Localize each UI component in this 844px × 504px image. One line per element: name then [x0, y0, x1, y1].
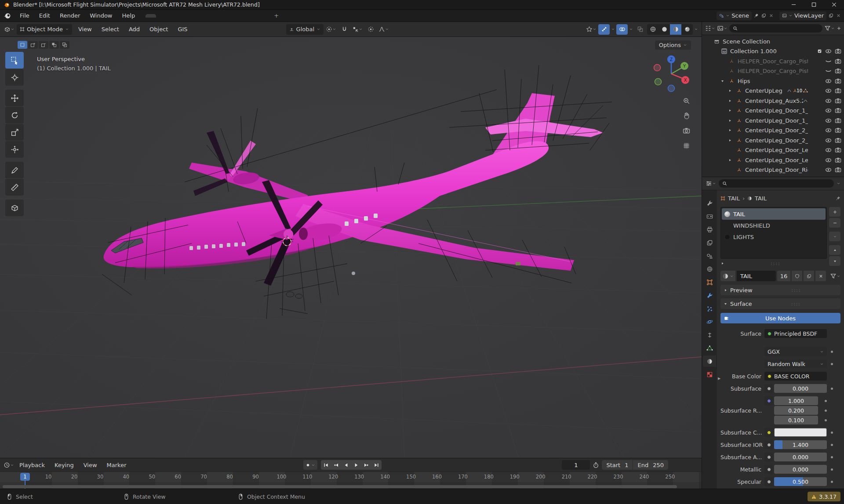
timeline-menu-item[interactable]: Playback	[15, 460, 49, 470]
workspace-tab[interactable]	[226, 14, 236, 18]
outliner-filter-icon[interactable]	[824, 25, 835, 32]
show-overlays-toggle[interactable]	[616, 24, 628, 35]
material-users-count[interactable]: 16	[777, 271, 790, 281]
fake-user-shield-icon[interactable]	[792, 271, 802, 281]
menu-item[interactable]: Help	[118, 11, 140, 20]
pivot-point-dropdown[interactable]	[325, 24, 337, 35]
tab-world[interactable]	[703, 263, 716, 275]
shading-wireframe-button[interactable]	[647, 24, 658, 35]
outliner-row[interactable]: CenterUpLeg_Door_2_Left	[702, 126, 844, 136]
animate-decorator[interactable]	[831, 388, 833, 390]
material-browse-dropdown[interactable]	[720, 271, 735, 281]
jump-to-start-button[interactable]	[321, 460, 331, 470]
end-frame-field[interactable]: End250	[633, 460, 668, 470]
viewport-menu-item[interactable]: Add	[124, 25, 144, 34]
hide-eye-icon[interactable]	[825, 48, 832, 54]
current-frame-field[interactable]: 1	[562, 460, 590, 470]
select-mode-new-icon[interactable]	[18, 41, 27, 49]
tab-particles[interactable]	[703, 303, 716, 314]
material-slot[interactable]: LIGHTS	[722, 231, 826, 243]
disable-render-icon[interactable]	[835, 98, 841, 104]
tab-modifiers[interactable]	[703, 290, 716, 301]
play-button[interactable]	[351, 460, 361, 470]
remove-slot-button[interactable]	[829, 218, 840, 228]
value-slider[interactable]: 0.000	[774, 384, 827, 393]
node-socket[interactable]	[764, 440, 773, 449]
timeline-menu-item[interactable]: Keying	[50, 460, 78, 470]
tab-object[interactable]	[703, 276, 716, 288]
blender-menu-icon[interactable]	[4, 12, 11, 19]
timeline-menu-item[interactable]: Marker	[102, 460, 131, 470]
enum-dropdown[interactable]: Random Walk	[764, 359, 827, 368]
workspace-tab[interactable]	[146, 14, 156, 18]
orientation-dropdown[interactable]: Global	[286, 24, 324, 35]
new-collection-icon[interactable]	[837, 26, 841, 31]
toggle-ortho-button[interactable]	[680, 139, 693, 152]
material-slot[interactable]: WINDSHIELD	[722, 220, 826, 231]
move-slot-down-button[interactable]	[829, 256, 840, 266]
viewport-3d[interactable]: Options User Perspective (1) Collection …	[0, 37, 702, 458]
start-frame-field[interactable]: Start1	[602, 460, 633, 470]
material-filter-icon[interactable]	[830, 273, 840, 279]
disable-render-icon[interactable]	[835, 58, 841, 65]
navigation-gizmo[interactable]: Z Y X	[650, 53, 692, 95]
tab-texture[interactable]	[703, 369, 716, 380]
outliner-row[interactable]: Hips	[702, 76, 844, 86]
menu-item[interactable]: Render	[55, 11, 84, 20]
animate-decorator[interactable]	[831, 431, 833, 434]
outliner-row[interactable]: CenterUpLeg 10	[702, 86, 844, 96]
outliner-row[interactable]: CenterUpLeg_Door_Right_A	[702, 165, 844, 175]
node-socket[interactable]	[764, 465, 773, 474]
disable-render-icon[interactable]	[835, 48, 841, 54]
menu-item[interactable]: File	[15, 11, 34, 20]
workspace-tab[interactable]	[203, 14, 213, 18]
add-workspace-button[interactable]: +	[270, 11, 282, 20]
node-socket[interactable]	[764, 477, 773, 486]
select-mode-subtract-icon[interactable]	[39, 41, 48, 49]
disable-render-icon[interactable]	[835, 167, 841, 173]
snap-target-dropdown[interactable]	[352, 24, 363, 35]
menu-item[interactable]: Window	[85, 11, 116, 20]
disable-render-icon[interactable]	[835, 78, 841, 84]
zoom-view-button[interactable]	[680, 94, 693, 107]
view-layer-selector[interactable]: ViewLayer	[779, 11, 826, 20]
value-slider[interactable]: 1.400	[774, 440, 827, 449]
disable-render-icon[interactable]	[835, 117, 841, 124]
tool-select-box[interactable]	[5, 52, 24, 69]
duplicate-material-icon[interactable]	[804, 271, 814, 281]
use-nodes-button[interactable]: Use Nodes	[720, 313, 840, 323]
delete-scene-icon[interactable]	[768, 13, 774, 18]
outliner-search-input[interactable]	[729, 24, 822, 33]
workspace-tab[interactable]	[237, 14, 247, 18]
vector-fields[interactable]: 1.0000.2000.100	[774, 396, 827, 424]
hide-eye-closed-icon[interactable]	[825, 68, 832, 74]
workspace-tab[interactable]	[180, 14, 190, 18]
close-button[interactable]	[824, 0, 844, 9]
tool-rotate[interactable]	[5, 107, 24, 123]
animate-decorator[interactable]	[831, 363, 833, 365]
disable-render-icon[interactable]	[835, 137, 841, 144]
viewport-menu-item[interactable]: Object	[145, 25, 172, 34]
panel-drag-handle[interactable]: ::::	[771, 261, 781, 266]
proportional-falloff-dropdown[interactable]	[378, 24, 389, 35]
tool-transform[interactable]	[5, 141, 24, 158]
camera-view-button[interactable]	[680, 124, 693, 137]
unlink-material-icon[interactable]	[815, 271, 826, 281]
tool-measure[interactable]	[5, 179, 24, 196]
disable-render-icon[interactable]	[835, 87, 841, 94]
auto-keying-toggle[interactable]	[303, 460, 317, 470]
tool-cursor[interactable]	[5, 69, 24, 86]
tab-physics[interactable]	[703, 316, 716, 327]
node-socket[interactable]	[764, 453, 773, 461]
hide-eye-icon[interactable]	[825, 127, 832, 134]
jump-to-end-button[interactable]	[371, 460, 382, 470]
add-slot-button[interactable]	[829, 207, 840, 217]
select-mode-intersect-icon[interactable]	[60, 41, 69, 49]
move-slot-up-button[interactable]	[829, 245, 840, 255]
timeline-menu-item[interactable]: View	[79, 460, 102, 470]
tab-tool[interactable]	[703, 197, 716, 209]
node-socket[interactable]	[764, 428, 773, 437]
viewport-menu-item[interactable]: Select	[97, 25, 124, 34]
disable-render-icon[interactable]	[835, 127, 841, 134]
animate-decorator[interactable]	[831, 351, 833, 353]
